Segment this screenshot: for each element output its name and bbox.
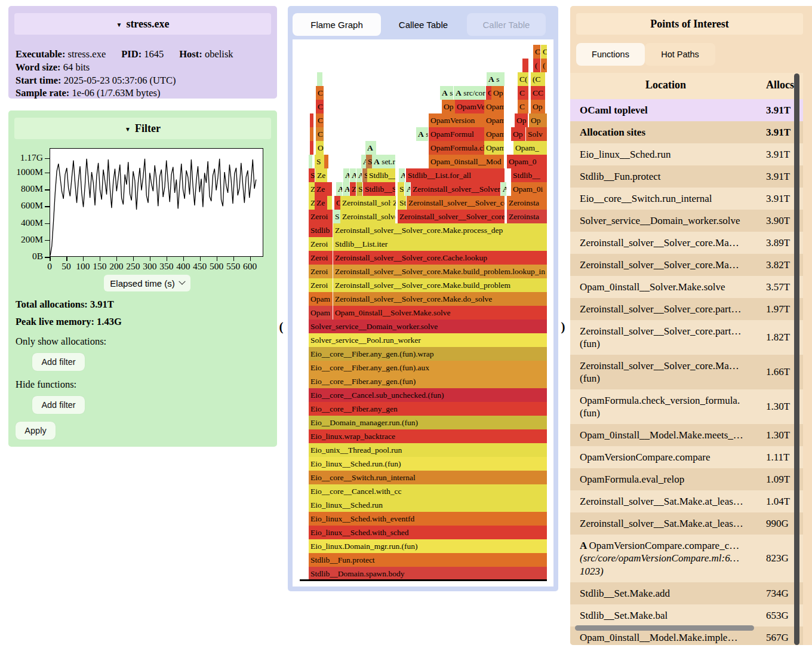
flame-cell[interactable]: Opam xyxy=(484,113,504,127)
flame-cell[interactable]: Zeroinstall_solve xyxy=(340,210,395,223)
flame-cell[interactable]: Ze xyxy=(315,182,327,196)
flame-cell[interactable]: Zeroi xyxy=(309,251,333,265)
poi-row[interactable]: Zeroinstall_solver__Solver_core.Ma…3.89T xyxy=(570,232,803,254)
flame-cell[interactable]: Eio__core__Cancel.sub_unchecked.(fun) xyxy=(309,388,547,402)
flame-cell[interactable]: S xyxy=(315,155,324,168)
flame-cell[interactable]: Stdlib__List.iter xyxy=(333,237,547,251)
flame-cell[interactable]: Zeroi xyxy=(309,237,333,251)
flame-cell[interactable]: Z xyxy=(391,196,396,210)
flame-cell[interactable]: C( xyxy=(518,72,528,86)
flame-cell[interactable]: Eio__core__Fiber.any_gen.(fun) xyxy=(309,374,547,388)
poi-row[interactable]: Opam_0install__Model.Make.meets_…1.30T xyxy=(570,424,803,446)
flame-cell[interactable]: (C xyxy=(531,72,545,86)
flame-cell[interactable]: Zeroinstall_solver__Solver_core.Make.do_… xyxy=(333,292,547,306)
flame-cell[interactable]: Op xyxy=(491,86,504,100)
flame-cell[interactable] xyxy=(327,196,332,210)
flame-cell[interactable]: A s xyxy=(487,72,505,86)
poi-row[interactable]: OpamVersionCompare.compare1.11T xyxy=(570,446,803,468)
flame-cell[interactable]: Eio__core__Fiber.any_gen xyxy=(309,402,547,416)
flame-cell[interactable] xyxy=(310,113,313,127)
flame-cell[interactable]: Eio_linux__Sched.run xyxy=(309,498,547,512)
flame-cell[interactable]: C xyxy=(316,100,324,113)
flame-cell[interactable]: ( xyxy=(533,59,540,72)
flame-cell[interactable]: Opam_0i xyxy=(511,182,547,196)
tab-caller-table[interactable]: Caller Table xyxy=(467,13,546,36)
flame-cell[interactable]: Zeroinstall_solver__Solver_core.Make.pro… xyxy=(333,223,547,237)
flame-cell[interactable]: ( xyxy=(541,59,547,72)
poi-row[interactable]: Zeroinstall_solver__Solver_core.part… (f… xyxy=(570,320,803,355)
flame-cell[interactable]: Op xyxy=(515,113,528,127)
flame-cell[interactable]: Zeroi xyxy=(309,210,333,223)
flame-cell[interactable] xyxy=(309,155,312,168)
flame-cell[interactable]: A src/core xyxy=(454,86,485,100)
flame-cell[interactable]: Opam xyxy=(309,292,333,306)
flame-cell[interactable]: Z xyxy=(350,182,356,196)
flame-cell[interactable]: Eio_unix__Thread_pool.run xyxy=(309,443,547,457)
poi-row[interactable]: Solver_service__Domain_worker.solve3.90T xyxy=(570,210,803,232)
flame-cell[interactable]: OpamVersion xyxy=(429,113,484,127)
flame-cell[interactable]: Zeroi xyxy=(309,278,333,292)
flame-cell[interactable]: Zeroi xyxy=(309,265,333,278)
poi-row[interactable]: A OpamVersionCompare.compare_c… (src/cor… xyxy=(570,535,803,582)
flame-cell[interactable]: A xyxy=(350,168,356,182)
poi-row[interactable]: OCaml toplevel3.91T xyxy=(570,99,803,121)
flame-cell[interactable]: Zeroinstall_solver__Solver_ xyxy=(411,182,500,196)
flame-cell[interactable]: Ze xyxy=(315,168,327,182)
filter-panel-header[interactable]: ▼ Filter xyxy=(14,118,271,139)
flame-cell[interactable]: Eio_linux__Sched.with_eventfd xyxy=(309,512,547,526)
flame-cell[interactable]: C xyxy=(316,113,324,127)
poi-row[interactable]: Stdlib__Fun.protect3.91T xyxy=(570,165,803,188)
tab-functions[interactable]: Functions xyxy=(576,43,645,66)
flame-cell[interactable]: Stdlib__ xyxy=(367,168,395,182)
apply-button[interactable]: Apply xyxy=(16,422,56,440)
flame-cell[interactable]: Stdlib__List.for_all xyxy=(406,168,505,182)
poi-row[interactable]: Zeroinstall_solver__Solver_core.Ma… (fun… xyxy=(570,355,803,389)
flame-cell[interactable]: Solver_service__Pool.run_worker xyxy=(309,333,547,347)
flame-cell[interactable]: Eio_linux.Domain_mgr.run.(fun) xyxy=(309,539,547,553)
flame-cell[interactable]: A xyxy=(501,182,506,196)
flame-cell[interactable]: Op xyxy=(442,100,455,113)
flame-cell[interactable]: S xyxy=(309,168,315,182)
flame-cell[interactable]: S xyxy=(366,155,372,168)
poi-row[interactable]: Allocation sites3.91T xyxy=(570,121,803,143)
flame-cell[interactable]: S xyxy=(356,182,362,196)
flame-cell[interactable]: Opam_ xyxy=(513,141,547,155)
flame-cell[interactable]: Zeroinstall_solver__Solver_core.Cache.lo… xyxy=(333,251,547,265)
poi-row[interactable]: Zeroinstall_solver__Sat.Make.at_leas…1.0… xyxy=(570,490,803,512)
flame-cell[interactable]: OpamVer xyxy=(455,100,484,113)
flame-cell[interactable]: C xyxy=(316,86,324,100)
vertical-scrollbar[interactable] xyxy=(794,73,799,645)
flame-cell[interactable]: Opam xyxy=(484,127,504,141)
poi-row[interactable]: Eio__core__Switch.run_internal3.91T xyxy=(570,188,803,210)
flame-cell[interactable]: Zeroinstall_solv xyxy=(340,196,391,210)
flame-cell[interactable] xyxy=(522,59,528,72)
flame-cell[interactable]: C xyxy=(518,100,528,113)
flame-cell[interactable]: Eio_linux__Sched.run.(fun) xyxy=(309,457,547,471)
flame-cell[interactable]: A xyxy=(343,182,349,196)
flame-cell[interactable]: A xyxy=(336,182,342,196)
poi-row[interactable]: Zeroinstall_solver__Solver_core.part…1.9… xyxy=(570,298,803,320)
flame-cell[interactable]: Eio_linux.wrap_backtrace xyxy=(309,429,547,443)
tab-callee-table[interactable]: Callee Table xyxy=(385,13,462,36)
flame-cell[interactable]: Zeroinstall_solver__Solver_co. xyxy=(407,196,505,210)
flame-graph-canvas[interactable]: Stdlib__Domain.spawn.bodyStdlib__Fun.pro… xyxy=(293,39,553,586)
poi-row[interactable]: Stdlib__Set.Make.add734G xyxy=(570,582,803,604)
flame-cell[interactable]: C xyxy=(518,86,528,100)
add-filter-button-functions[interactable]: Add filter xyxy=(32,396,85,414)
flame-cell[interactable]: OpamFormul xyxy=(429,127,484,141)
flame-cell[interactable]: Opam_0install__Mod xyxy=(429,155,504,168)
flame-cell[interactable]: A xyxy=(356,168,362,182)
flame-cell[interactable]: A xyxy=(405,182,410,196)
flame-cell[interactable]: C xyxy=(316,127,324,141)
poi-row[interactable]: OpamFormula.check_version_formula. (fun)… xyxy=(570,389,803,424)
flame-cell[interactable]: Zeroinstall_solver__Solver_core.Make.bui… xyxy=(333,278,547,292)
flame-cell[interactable]: Eio__core__Fiber.any_gen.(fun).aux xyxy=(309,361,547,374)
x-axis-unit-dropdown[interactable]: Elapsed time (s) xyxy=(104,275,190,291)
process-panel-header[interactable]: ▼ stress.exe xyxy=(14,13,271,35)
flame-cell[interactable] xyxy=(310,127,313,141)
flame-cell[interactable]: A xyxy=(365,141,376,155)
flame-cell[interactable]: A xyxy=(343,168,349,182)
horizontal-scrollbar[interactable] xyxy=(575,625,754,631)
flame-cell[interactable] xyxy=(324,155,328,168)
flame-cell[interactable]: A xyxy=(361,155,366,168)
